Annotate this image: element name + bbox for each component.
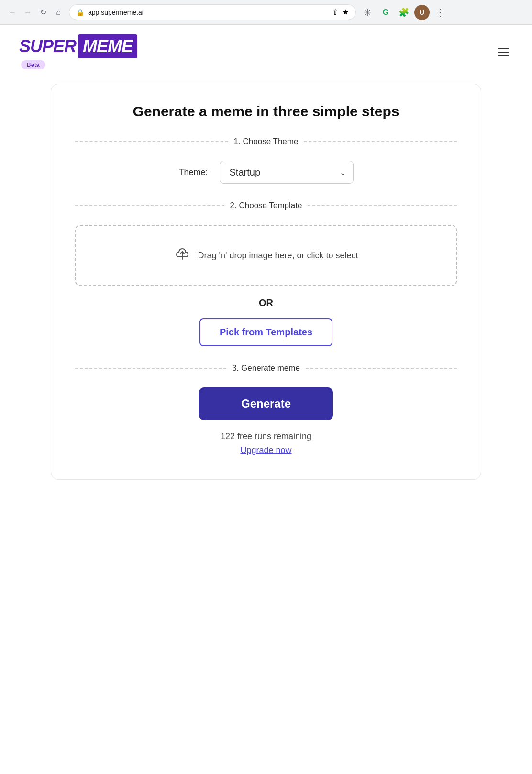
step-3-divider: 3. Generate meme — [75, 364, 457, 373]
upgrade-now-link[interactable]: Upgrade now — [75, 445, 457, 455]
upload-drag-text: Drag 'n' drop image here, or click to se… — [198, 251, 358, 261]
browser-menu-btn[interactable]: ⋮ — [432, 5, 448, 20]
hamburger-line-3 — [498, 55, 509, 56]
hamburger-line-1 — [498, 48, 509, 49]
forward-button[interactable]: → — [21, 6, 34, 19]
logo-super-text: SUPER — [19, 36, 76, 56]
perplexity-icon-btn[interactable]: ✳ — [360, 5, 375, 20]
step-2-divider: 2. Choose Template — [75, 201, 457, 210]
theme-select-wrapper: Startup Business Tech Sports Politics En… — [220, 161, 354, 184]
logo-area: SUPER MEME Beta — [19, 34, 137, 69]
hamburger-line-2 — [498, 52, 509, 53]
share-icon: ⇧ — [332, 8, 338, 17]
theme-label: Theme: — [178, 167, 208, 177]
logo-meme-text: MEME — [83, 36, 133, 56]
extensions-icon-btn[interactable]: 🧩 — [396, 5, 411, 20]
upload-dropzone[interactable]: Drag 'n' drop image here, or click to se… — [75, 225, 457, 286]
browser-actions: ✳ G 🧩 U ⋮ — [360, 5, 448, 20]
step-1-right-line — [304, 141, 457, 142]
navbar: SUPER MEME Beta — [0, 25, 532, 74]
step-2-left-line — [75, 205, 224, 206]
url-text: app.supermeme.ai — [88, 9, 328, 16]
free-runs-text: 122 free runs remaining — [75, 431, 457, 442]
pick-templates-button[interactable]: Pick from Templates — [200, 318, 332, 346]
lock-icon: 🔒 — [76, 9, 84, 16]
step-1-label: 1. Choose Theme — [234, 137, 299, 146]
profile-avatar[interactable]: U — [414, 5, 430, 20]
step-3-left-line — [75, 368, 226, 369]
hamburger-menu-button[interactable] — [494, 44, 513, 60]
step-2-right-line — [308, 205, 457, 206]
step-3-label: 3. Generate meme — [232, 364, 300, 373]
step-1-left-line — [75, 141, 228, 142]
step-2-label: 2. Choose Template — [230, 201, 302, 210]
nav-buttons: ← → ↻ ⌂ — [6, 6, 65, 19]
step-1-divider: 1. Choose Theme — [75, 137, 457, 146]
theme-row: Theme: Startup Business Tech Sports Poli… — [75, 161, 457, 184]
main-content: Generate a meme in three simple steps 1.… — [0, 74, 532, 509]
browser-chrome: ← → ↻ ⌂ 🔒 app.supermeme.ai ⇧ ★ ✳ G 🧩 U ⋮ — [0, 0, 532, 25]
step-3-right-line — [306, 368, 457, 369]
beta-badge: Beta — [21, 60, 45, 69]
home-button[interactable]: ⌂ — [52, 6, 65, 19]
back-button[interactable]: ← — [6, 6, 19, 19]
logo-meme-box: MEME — [78, 34, 137, 58]
reload-button[interactable]: ↻ — [36, 6, 50, 19]
theme-select[interactable]: Startup Business Tech Sports Politics En… — [220, 161, 354, 184]
main-card: Generate a meme in three simple steps 1.… — [51, 84, 481, 480]
logo: SUPER MEME — [19, 34, 137, 58]
star-icon: ★ — [342, 8, 349, 17]
or-text: OR — [75, 298, 457, 309]
page-title: Generate a meme in three simple steps — [75, 103, 457, 120]
generate-button[interactable]: Generate — [199, 387, 333, 420]
grammarly-icon-btn[interactable]: G — [378, 5, 393, 20]
upload-icon — [174, 245, 191, 266]
page: SUPER MEME Beta Generate a meme in three… — [0, 25, 532, 774]
address-bar[interactable]: 🔒 app.supermeme.ai ⇧ ★ — [69, 4, 356, 20]
